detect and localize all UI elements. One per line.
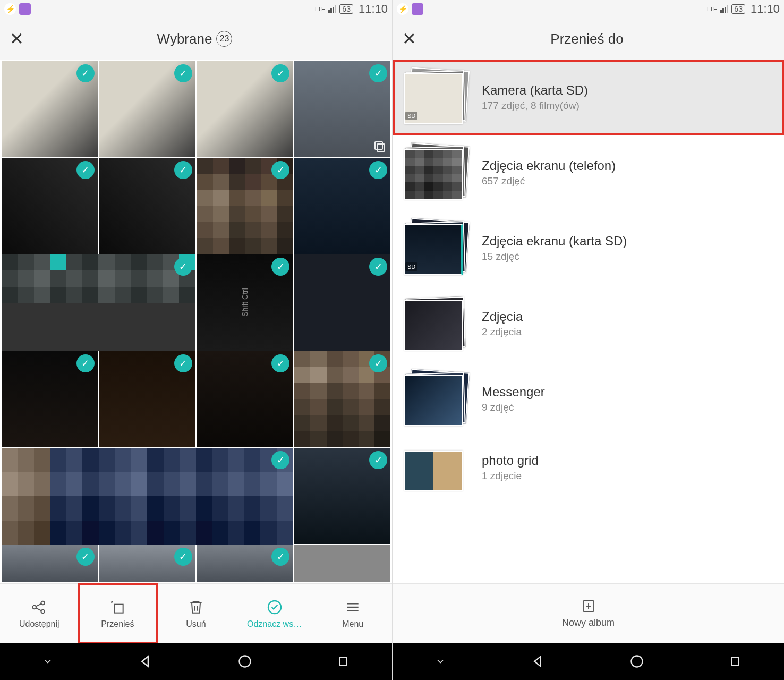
close-icon[interactable]: ✕ xyxy=(402,29,416,49)
album-name: Zdjęcia xyxy=(482,309,772,324)
phone-left-selected-view: ⚡ LTE 63 11:10 ✕ Wybrane 23 ✓ ✓ ✓ ✓ ✓ ✓ … xyxy=(0,0,392,680)
clock: 11:10 xyxy=(751,2,780,16)
photo-thumb[interactable] xyxy=(294,545,390,582)
new-album-label: Nowy album xyxy=(562,617,615,628)
bottom-action-bar: Udostępnij Przenieś Usuń Odznacz ws… Men… xyxy=(0,583,392,643)
phone-right-move-to-view: ⚡ LTE 63 11:10 ✕ Przenieś do SD Kamera (… xyxy=(392,0,784,680)
menu-icon xyxy=(344,598,362,616)
album-count: 177 zdjęć, 8 filmy(ów) xyxy=(482,100,772,112)
photo-thumb[interactable]: ✓ xyxy=(294,158,390,254)
photo-thumb[interactable]: ✓ xyxy=(294,351,390,447)
nav-back-icon[interactable] xyxy=(530,654,545,669)
svg-line-5 xyxy=(36,604,41,606)
photo-thumb[interactable]: ✓ xyxy=(2,254,195,351)
photo-thumb[interactable]: ✓ xyxy=(99,545,195,582)
nav-expand-icon[interactable] xyxy=(435,656,446,667)
messenger-icon: ⚡ xyxy=(4,3,16,15)
photo-thumb[interactable]: ✓ xyxy=(99,61,195,157)
album-row-camera-sd[interactable]: SD Kamera (karta SD) 177 zdjęć, 8 filmy(… xyxy=(393,60,784,135)
album-row-photos[interactable]: Zdjęcia 2 zdjęcia xyxy=(393,286,784,361)
check-icon: ✓ xyxy=(76,548,95,566)
menu-button[interactable]: Menu xyxy=(313,584,392,643)
close-icon[interactable]: ✕ xyxy=(10,29,24,49)
album-thumb: SD xyxy=(404,69,468,125)
svg-rect-0 xyxy=(377,144,385,151)
album-thumb: SD xyxy=(404,220,468,276)
photo-thumb[interactable]: ✓ xyxy=(197,351,293,447)
app-notification-icon xyxy=(19,3,31,15)
check-icon: ✓ xyxy=(174,548,192,566)
album-thumb xyxy=(404,295,468,352)
photo-thumb[interactable]: Shift Ctrl✓ xyxy=(197,254,293,351)
status-bar: ⚡ LTE 63 11:10 xyxy=(393,0,784,18)
check-icon: ✓ xyxy=(271,354,289,372)
app-bar: ✕ Przenieś do xyxy=(393,18,784,60)
photo-thumb[interactable]: ✓ xyxy=(2,351,98,447)
svg-rect-7 xyxy=(115,604,123,613)
network-type: LTE xyxy=(707,6,717,12)
nav-recent-icon[interactable] xyxy=(337,655,350,668)
photo-thumb[interactable]: ✓ xyxy=(294,254,390,351)
check-icon: ✓ xyxy=(369,258,387,276)
nav-back-icon[interactable] xyxy=(138,654,152,669)
deselect-all-button[interactable]: Odznacz ws… xyxy=(235,584,314,643)
photo-thumb[interactable]: ✓ xyxy=(2,61,98,157)
album-row-messenger[interactable]: Messenger 9 zdjęć xyxy=(393,361,784,437)
nav-recent-icon[interactable] xyxy=(729,655,742,668)
photo-thumb[interactable]: ✓ xyxy=(294,61,390,157)
check-icon: ✓ xyxy=(369,451,387,469)
check-icon: ✓ xyxy=(174,258,192,276)
check-icon: ✓ xyxy=(174,161,192,179)
new-album-button[interactable]: Nowy album xyxy=(393,583,784,643)
check-icon: ✓ xyxy=(271,64,289,82)
photo-thumb[interactable]: ✓ xyxy=(2,545,98,582)
album-row-screenshots-phone[interactable]: Zdjęcia ekranu (telefon) 657 zdjęć xyxy=(393,135,784,210)
nav-home-icon[interactable] xyxy=(237,654,252,669)
network-type: LTE xyxy=(315,6,325,12)
move-button[interactable]: Przenieś xyxy=(79,584,157,643)
clock: 11:10 xyxy=(359,2,388,16)
album-name: photo grid xyxy=(482,453,772,468)
photo-thumb[interactable]: ✓ xyxy=(197,61,293,157)
check-icon: ✓ xyxy=(369,64,387,82)
battery-level: 63 xyxy=(339,4,353,14)
svg-point-2 xyxy=(32,605,36,609)
album-list[interactable]: SD Kamera (karta SD) 177 zdjęć, 8 filmy(… xyxy=(393,60,784,583)
photo-thumb[interactable]: ✓ xyxy=(2,158,98,254)
share-button[interactable]: Udostępnij xyxy=(0,584,79,643)
photo-thumb[interactable]: ✓ xyxy=(99,158,195,254)
action-label: Menu xyxy=(342,619,363,629)
check-icon: ✓ xyxy=(271,258,289,276)
svg-point-4 xyxy=(41,609,45,613)
check-icon: ✓ xyxy=(271,451,289,469)
check-icon: ✓ xyxy=(369,354,387,372)
app-notification-icon xyxy=(412,3,423,15)
sd-badge-icon: SD xyxy=(405,262,417,271)
photo-grid[interactable]: ✓ ✓ ✓ ✓ ✓ ✓ ✓ ✓ ✓ Shift Ctrl✓ ✓ ✓ ✓ ✓ ✓ … xyxy=(0,60,392,583)
album-row-screenshots-sd[interactable]: SD Zdjęcia ekranu (karta SD) 15 zdjęć xyxy=(393,210,784,286)
photo-thumb[interactable]: ✓ xyxy=(2,448,293,545)
delete-button[interactable]: Usuń xyxy=(157,584,235,643)
photo-thumb[interactable]: ✓ xyxy=(197,158,293,254)
android-nav-bar xyxy=(393,643,784,680)
title-text: Wybrane xyxy=(157,31,212,47)
check-icon: ✓ xyxy=(271,161,289,179)
signal-icon xyxy=(720,5,728,13)
album-name: Kamera (karta SD) xyxy=(482,83,772,98)
album-count: 1 zdjęcie xyxy=(482,470,772,482)
photo-thumb[interactable]: ✓ xyxy=(294,448,390,544)
photo-thumb[interactable]: ✓ xyxy=(197,545,293,582)
photo-thumb[interactable]: ✓ xyxy=(99,351,195,447)
album-thumb xyxy=(404,446,468,489)
status-bar: ⚡ LTE 63 11:10 xyxy=(0,0,392,18)
android-nav-bar xyxy=(0,643,392,680)
messenger-icon: ⚡ xyxy=(397,3,408,15)
nav-expand-icon[interactable] xyxy=(42,656,53,667)
album-name: Zdjęcia ekranu (telefon) xyxy=(482,158,772,173)
nav-home-icon[interactable] xyxy=(629,654,644,669)
album-row-photogrid[interactable]: photo grid 1 zdjęcie xyxy=(393,437,784,489)
svg-rect-13 xyxy=(339,658,347,665)
album-count: 9 zdjęć xyxy=(482,402,772,413)
check-icon: ✓ xyxy=(174,354,192,372)
svg-rect-1 xyxy=(375,142,382,149)
